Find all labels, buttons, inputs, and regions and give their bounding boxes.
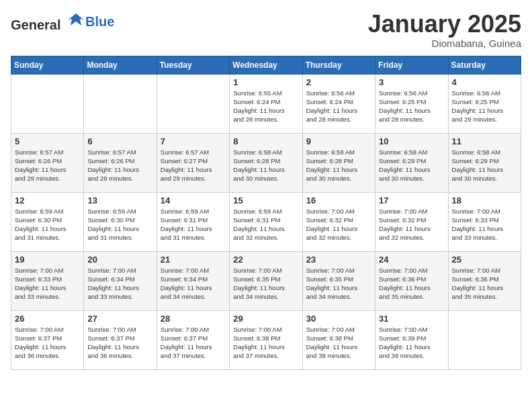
calendar-cell: 6Sunrise: 6:57 AMSunset: 6:26 PMDaylight… — [84, 133, 157, 192]
day-number: 31 — [379, 314, 444, 324]
calendar-week-row: 12Sunrise: 6:59 AMSunset: 6:30 PMDayligh… — [11, 192, 521, 251]
cell-info: Sunrise: 7:00 AMSunset: 6:37 PMDaylight:… — [87, 325, 152, 361]
day-number: 16 — [306, 195, 371, 205]
calendar-cell: 29Sunrise: 7:00 AMSunset: 6:38 PMDayligh… — [230, 310, 302, 369]
calendar-cell: 11Sunrise: 6:58 AMSunset: 6:29 PMDayligh… — [448, 133, 521, 192]
day-number: 21 — [161, 255, 226, 265]
day-number: 6 — [87, 136, 152, 146]
cell-info: Sunrise: 6:59 AMSunset: 6:30 PMDaylight:… — [87, 207, 152, 242]
col-header-friday: Friday — [375, 56, 448, 74]
col-header-wednesday: Wednesday — [230, 56, 302, 74]
cell-info: Sunrise: 6:57 AMSunset: 6:27 PMDaylight:… — [161, 148, 226, 183]
cell-info: Sunrise: 6:58 AMSunset: 6:29 PMDaylight:… — [379, 148, 444, 183]
calendar-week-row: 26Sunrise: 7:00 AMSunset: 6:37 PMDayligh… — [11, 310, 521, 369]
calendar-cell — [84, 74, 157, 133]
calendar-cell: 28Sunrise: 7:00 AMSunset: 6:37 PMDayligh… — [157, 310, 229, 369]
day-number: 24 — [379, 255, 444, 265]
calendar-cell: 15Sunrise: 6:59 AMSunset: 6:31 PMDayligh… — [230, 192, 302, 251]
cell-info: Sunrise: 6:59 AMSunset: 6:31 PMDaylight:… — [233, 207, 298, 242]
day-number: 17 — [379, 195, 444, 205]
day-number: 15 — [233, 195, 298, 205]
cell-info: Sunrise: 7:00 AMSunset: 6:38 PMDaylight:… — [306, 325, 371, 361]
day-number: 8 — [233, 136, 298, 146]
day-number: 12 — [15, 195, 80, 205]
cell-info: Sunrise: 6:56 AMSunset: 6:25 PMDaylight:… — [452, 89, 517, 124]
calendar-cell: 10Sunrise: 6:58 AMSunset: 6:29 PMDayligh… — [375, 133, 448, 192]
cell-info: Sunrise: 7:00 AMSunset: 6:35 PMDaylight:… — [306, 266, 371, 302]
logo-blue: Blue — [85, 14, 114, 29]
day-number: 20 — [87, 255, 152, 265]
calendar-cell: 25Sunrise: 7:00 AMSunset: 6:36 PMDayligh… — [448, 251, 521, 310]
calendar-cell: 8Sunrise: 6:58 AMSunset: 6:28 PMDaylight… — [230, 133, 302, 192]
cell-info: Sunrise: 6:56 AMSunset: 6:24 PMDaylight:… — [306, 89, 371, 124]
day-number: 26 — [15, 314, 80, 324]
col-header-saturday: Saturday — [448, 56, 521, 74]
cell-info: Sunrise: 7:00 AMSunset: 6:34 PMDaylight:… — [87, 266, 152, 302]
day-number: 29 — [233, 314, 298, 324]
day-number: 23 — [306, 255, 371, 265]
calendar-week-row: 1Sunrise: 6:55 AMSunset: 6:24 PMDaylight… — [11, 74, 521, 133]
cell-info: Sunrise: 6:59 AMSunset: 6:31 PMDaylight:… — [161, 207, 226, 242]
calendar-cell: 27Sunrise: 7:00 AMSunset: 6:37 PMDayligh… — [84, 310, 157, 369]
cell-info: Sunrise: 6:56 AMSunset: 6:25 PMDaylight:… — [379, 89, 444, 124]
cell-info: Sunrise: 7:00 AMSunset: 6:36 PMDaylight:… — [379, 266, 444, 302]
calendar-cell: 2Sunrise: 6:56 AMSunset: 6:24 PMDaylight… — [302, 74, 375, 133]
day-number: 5 — [15, 136, 80, 146]
cell-info: Sunrise: 6:59 AMSunset: 6:30 PMDaylight:… — [15, 207, 80, 242]
calendar-cell: 20Sunrise: 7:00 AMSunset: 6:34 PMDayligh… — [84, 251, 157, 310]
cell-info: Sunrise: 7:00 AMSunset: 6:32 PMDaylight:… — [379, 207, 444, 242]
col-header-thursday: Thursday — [302, 56, 375, 74]
calendar-cell: 30Sunrise: 7:00 AMSunset: 6:38 PMDayligh… — [302, 310, 375, 369]
title-block: January 2025 Diomabana, Guinea — [368, 11, 521, 49]
day-number: 13 — [87, 195, 152, 205]
calendar-cell: 17Sunrise: 7:00 AMSunset: 6:32 PMDayligh… — [375, 192, 448, 251]
day-number: 11 — [452, 136, 517, 146]
cell-info: Sunrise: 6:58 AMSunset: 6:29 PMDaylight:… — [452, 148, 517, 183]
svg-marker-0 — [68, 13, 84, 26]
cell-info: Sunrise: 7:00 AMSunset: 6:37 PMDaylight:… — [161, 325, 226, 361]
cell-info: Sunrise: 6:58 AMSunset: 6:28 PMDaylight:… — [233, 148, 298, 183]
day-number: 14 — [161, 195, 226, 205]
logo-bird-icon — [66, 11, 85, 30]
cell-info: Sunrise: 6:57 AMSunset: 6:26 PMDaylight:… — [87, 148, 152, 183]
calendar-cell: 14Sunrise: 6:59 AMSunset: 6:31 PMDayligh… — [157, 192, 229, 251]
col-header-monday: Monday — [84, 56, 157, 74]
calendar-cell: 4Sunrise: 6:56 AMSunset: 6:25 PMDaylight… — [448, 74, 521, 133]
logo: General Blue — [11, 11, 114, 33]
day-number: 3 — [379, 77, 444, 87]
calendar-cell: 18Sunrise: 7:00 AMSunset: 6:33 PMDayligh… — [448, 192, 521, 251]
col-header-sunday: Sunday — [11, 56, 84, 74]
cell-info: Sunrise: 7:00 AMSunset: 6:32 PMDaylight:… — [306, 207, 371, 242]
calendar-cell: 26Sunrise: 7:00 AMSunset: 6:37 PMDayligh… — [11, 310, 84, 369]
cell-info: Sunrise: 7:00 AMSunset: 6:35 PMDaylight:… — [233, 266, 298, 302]
col-header-tuesday: Tuesday — [157, 56, 229, 74]
calendar-cell: 21Sunrise: 7:00 AMSunset: 6:34 PMDayligh… — [157, 251, 229, 310]
calendar-cell: 31Sunrise: 7:00 AMSunset: 6:39 PMDayligh… — [375, 310, 448, 369]
calendar-table: SundayMondayTuesdayWednesdayThursdayFrid… — [11, 56, 521, 370]
cell-info: Sunrise: 7:00 AMSunset: 6:34 PMDaylight:… — [161, 266, 226, 302]
calendar-cell: 1Sunrise: 6:55 AMSunset: 6:24 PMDaylight… — [230, 74, 302, 133]
day-number: 1 — [233, 77, 298, 87]
calendar-cell: 9Sunrise: 6:58 AMSunset: 6:28 PMDaylight… — [302, 133, 375, 192]
calendar-cell: 23Sunrise: 7:00 AMSunset: 6:35 PMDayligh… — [302, 251, 375, 310]
cell-info: Sunrise: 7:00 AMSunset: 6:33 PMDaylight:… — [452, 207, 517, 242]
calendar-cell: 3Sunrise: 6:56 AMSunset: 6:25 PMDaylight… — [375, 74, 448, 133]
calendar-cell: 5Sunrise: 6:57 AMSunset: 6:26 PMDaylight… — [11, 133, 84, 192]
day-number: 22 — [233, 255, 298, 265]
calendar-cell: 13Sunrise: 6:59 AMSunset: 6:30 PMDayligh… — [84, 192, 157, 251]
cell-info: Sunrise: 7:00 AMSunset: 6:39 PMDaylight:… — [379, 325, 444, 361]
day-number: 19 — [15, 255, 80, 265]
day-number: 7 — [161, 136, 226, 146]
calendar-week-row: 5Sunrise: 6:57 AMSunset: 6:26 PMDaylight… — [11, 133, 521, 192]
location: Diomabana, Guinea — [368, 38, 521, 49]
cell-info: Sunrise: 6:57 AMSunset: 6:26 PMDaylight:… — [15, 148, 80, 183]
day-number: 27 — [87, 314, 152, 324]
calendar-cell: 24Sunrise: 7:00 AMSunset: 6:36 PMDayligh… — [375, 251, 448, 310]
cell-info: Sunrise: 7:00 AMSunset: 6:37 PMDaylight:… — [15, 325, 80, 361]
calendar-week-row: 19Sunrise: 7:00 AMSunset: 6:33 PMDayligh… — [11, 251, 521, 310]
cell-info: Sunrise: 7:00 AMSunset: 6:36 PMDaylight:… — [452, 266, 517, 302]
calendar-cell — [11, 74, 84, 133]
day-number: 9 — [306, 136, 371, 146]
calendar-cell: 16Sunrise: 7:00 AMSunset: 6:32 PMDayligh… — [302, 192, 375, 251]
calendar-cell: 7Sunrise: 6:57 AMSunset: 6:27 PMDaylight… — [157, 133, 229, 192]
